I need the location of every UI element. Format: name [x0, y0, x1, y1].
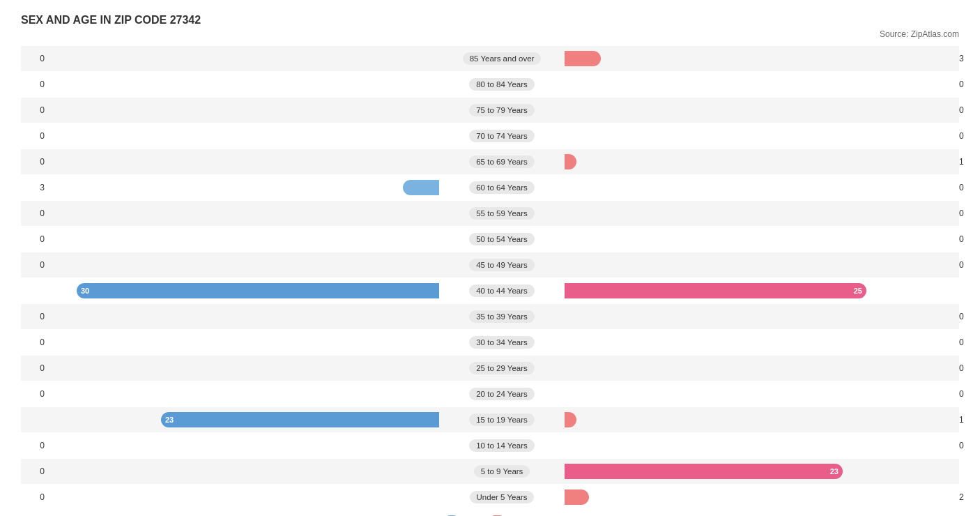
male-bar-container: [49, 201, 439, 226]
male-bar-container: [49, 175, 439, 200]
female-value: 0: [955, 234, 980, 244]
chart-row: 0 55 to 59 Years 0: [21, 201, 959, 226]
male-bar-container: 23: [49, 407, 439, 432]
male-value: 0: [21, 389, 49, 399]
row-label: 25 to 29 Years: [439, 363, 565, 373]
female-bar: [565, 154, 576, 169]
row-label: 20 to 24 Years: [439, 389, 565, 399]
age-label: 50 to 54 Years: [469, 233, 535, 245]
female-bar-container: [565, 72, 955, 97]
chart-row: 0 75 to 79 Years 0: [21, 98, 959, 123]
male-bar-container: [49, 330, 439, 355]
age-label: 20 to 24 Years: [469, 388, 535, 400]
row-label: 65 to 69 Years: [439, 157, 565, 167]
male-bar-container: [49, 72, 439, 97]
age-label: Under 5 Years: [470, 491, 535, 503]
chart-row: 23 15 to 19 Years 1: [21, 407, 959, 432]
female-bar: 23: [565, 464, 843, 479]
chart-row: 0 45 to 49 Years 0: [21, 252, 959, 278]
row-label: 60 to 64 Years: [439, 183, 565, 192]
male-value: 0: [21, 337, 49, 347]
female-bar-container: [565, 227, 955, 252]
row-label: 75 to 79 Years: [439, 105, 565, 115]
age-label: 10 to 14 Years: [469, 439, 535, 452]
chart-row: 0 10 to 14 Years 0: [21, 433, 959, 458]
age-label: 35 to 39 Years: [469, 310, 535, 323]
female-value: 0: [955, 312, 980, 321]
male-value: 0: [21, 131, 49, 141]
male-bar: 30: [77, 283, 439, 298]
female-bar-container: [565, 304, 955, 329]
female-bar-container: [565, 330, 955, 355]
chart-row: 0 30 to 34 Years 0: [21, 330, 959, 355]
age-label: 65 to 69 Years: [469, 155, 535, 168]
male-bar-container: [49, 46, 439, 71]
female-bar: [565, 490, 589, 505]
chart-title: SEX AND AGE IN ZIP CODE 27342: [21, 14, 959, 26]
age-label: 80 to 84 Years: [469, 78, 535, 91]
chart-row: 0 5 to 9 Years 23: [21, 459, 959, 484]
chart-row: 3 60 to 64 Years 0: [21, 175, 959, 200]
female-value: 0: [955, 105, 980, 115]
age-label: 25 to 29 Years: [469, 362, 535, 374]
male-value: 3: [21, 183, 49, 192]
male-bar-container: [49, 123, 439, 149]
female-bar: 25: [565, 283, 866, 298]
male-value: 0: [21, 492, 49, 502]
row-label: 50 to 54 Years: [439, 234, 565, 244]
row-label: 80 to 84 Years: [439, 79, 565, 89]
female-bar-container: [565, 123, 955, 149]
male-value: 0: [21, 363, 49, 373]
age-label: 45 to 49 Years: [469, 259, 535, 271]
female-bar: [565, 51, 601, 66]
female-bar-container: [565, 381, 955, 407]
row-label: 5 to 9 Years: [439, 466, 565, 476]
female-bar-container: [565, 149, 955, 174]
male-value: 0: [21, 54, 49, 63]
age-label: 55 to 59 Years: [469, 207, 535, 220]
row-label: 10 to 14 Years: [439, 441, 565, 450]
row-label: 55 to 59 Years: [439, 208, 565, 218]
female-value: 0: [955, 208, 980, 218]
chart-row: 0 20 to 24 Years 0: [21, 381, 959, 407]
female-bar-container: 25: [565, 278, 955, 303]
female-bar-container: [565, 98, 955, 123]
female-bar-container: [565, 46, 955, 71]
male-value: 0: [21, 441, 49, 450]
chart-row: 0 35 to 39 Years 0: [21, 304, 959, 329]
male-value: 0: [21, 208, 49, 218]
female-bar-container: [565, 433, 955, 458]
female-value: 1: [955, 415, 980, 425]
chart-area: 0 85 Years and over 3 0 80 to 84 Years 0: [21, 46, 959, 510]
female-value: 0: [955, 389, 980, 399]
row-label: 40 to 44 Years: [439, 286, 565, 296]
female-bar: [565, 412, 576, 427]
male-bar-container: [49, 381, 439, 407]
row-label: 15 to 19 Years: [439, 415, 565, 425]
female-bar-container: [565, 252, 955, 278]
chart-row: 0 25 to 29 Years 0: [21, 356, 959, 381]
chart-row: 0 65 to 69 Years 1: [21, 149, 959, 174]
row-label: 35 to 39 Years: [439, 312, 565, 321]
male-bar-container: [49, 227, 439, 252]
source-label: Source: ZipAtlas.com: [21, 29, 959, 39]
male-value: 0: [21, 312, 49, 321]
female-value: 0: [955, 337, 980, 347]
chart-row: 0 80 to 84 Years 0: [21, 72, 959, 97]
age-label: 40 to 44 Years: [469, 284, 535, 297]
age-label: 30 to 34 Years: [469, 336, 535, 349]
female-value: 0: [955, 260, 980, 270]
male-value: 0: [21, 105, 49, 115]
male-bar-container: [49, 356, 439, 381]
male-bar-container: [49, 459, 439, 484]
male-value: 0: [21, 234, 49, 244]
male-bar-container: [49, 149, 439, 174]
chart-row: 30 40 to 44 Years 25: [21, 278, 959, 303]
male-value: 0: [21, 260, 49, 270]
row-label: 70 to 74 Years: [439, 131, 565, 141]
male-bar-container: [49, 98, 439, 123]
female-value: 0: [955, 79, 980, 89]
female-value: 3: [955, 54, 980, 63]
female-value: 1: [955, 157, 980, 167]
age-label: 15 to 19 Years: [469, 413, 535, 426]
